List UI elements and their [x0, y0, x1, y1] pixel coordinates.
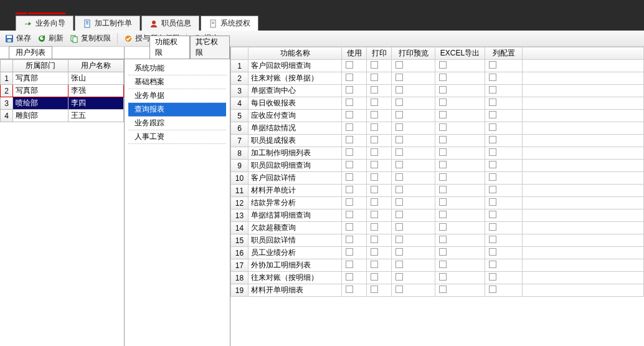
- func-row[interactable]: 6单据结款情况: [231, 122, 644, 135]
- checkbox[interactable]: [439, 248, 447, 256]
- checkbox[interactable]: [489, 173, 496, 181]
- checkbox[interactable]: [346, 286, 353, 293]
- checkbox[interactable]: [439, 286, 447, 293]
- checkbox[interactable]: [346, 248, 353, 256]
- main-tab-0[interactable]: 业务向导: [16, 16, 73, 31]
- category-item[interactable]: 人事工资: [128, 130, 226, 144]
- main-tab-1[interactable]: 加工制作单: [75, 16, 140, 31]
- checkbox[interactable]: [395, 61, 403, 69]
- user-row[interactable]: 2写真部李强: [1, 85, 124, 97]
- checkbox[interactable]: [395, 86, 403, 94]
- checkbox[interactable]: [395, 211, 403, 218]
- refresh-button[interactable]: 刷新: [37, 33, 64, 44]
- checkbox[interactable]: [371, 61, 378, 69]
- user-dept-header[interactable]: 所属部门: [13, 60, 69, 72]
- checkbox[interactable]: [346, 198, 353, 206]
- checkbox[interactable]: [395, 74, 403, 81]
- checkbox[interactable]: [346, 111, 353, 118]
- checkbox[interactable]: [371, 86, 378, 94]
- checkbox[interactable]: [371, 248, 378, 256]
- checkbox[interactable]: [371, 223, 378, 231]
- checkbox[interactable]: [346, 161, 353, 168]
- checkbox[interactable]: [371, 286, 378, 293]
- func-row[interactable]: 14欠款超额查询: [231, 222, 644, 234]
- func-row[interactable]: 4每日收银报表: [231, 97, 644, 110]
- checkbox[interactable]: [489, 223, 496, 231]
- checkbox[interactable]: [346, 273, 353, 281]
- checkbox[interactable]: [489, 136, 496, 143]
- checkbox[interactable]: [439, 136, 447, 143]
- tab-user-list[interactable]: 用户列表: [9, 46, 52, 59]
- func-colcfg-header[interactable]: 列配置: [485, 47, 523, 60]
- checkbox[interactable]: [439, 123, 447, 131]
- checkbox[interactable]: [395, 286, 403, 293]
- main-tab-2[interactable]: 职员信息: [141, 16, 199, 31]
- func-row[interactable]: 18往来对账（按明细）: [231, 272, 644, 284]
- checkbox[interactable]: [346, 61, 353, 69]
- checkbox[interactable]: [371, 261, 378, 268]
- checkbox[interactable]: [489, 99, 496, 106]
- checkbox[interactable]: [489, 74, 496, 81]
- checkbox[interactable]: [395, 198, 403, 206]
- copy-perm-button[interactable]: 复制权限: [70, 33, 111, 44]
- checkbox[interactable]: [439, 74, 447, 81]
- checkbox[interactable]: [395, 136, 403, 143]
- checkbox[interactable]: [489, 211, 496, 218]
- checkbox[interactable]: [489, 186, 496, 193]
- func-row[interactable]: 1客户回款明细查询: [231, 60, 644, 72]
- checkbox[interactable]: [371, 273, 378, 281]
- checkbox[interactable]: [371, 236, 378, 243]
- func-row[interactable]: 11材料开单统计: [231, 185, 644, 197]
- checkbox[interactable]: [395, 123, 403, 131]
- checkbox[interactable]: [371, 161, 378, 168]
- checkbox[interactable]: [489, 161, 496, 168]
- user-name-header[interactable]: 用户名称: [69, 60, 124, 72]
- func-row[interactable]: 16员工业绩分析: [231, 247, 644, 259]
- func-row[interactable]: 5应收应付查询: [231, 110, 644, 122]
- checkbox[interactable]: [439, 99, 447, 106]
- checkbox[interactable]: [346, 136, 353, 143]
- checkbox[interactable]: [371, 211, 378, 218]
- checkbox[interactable]: [395, 148, 403, 156]
- checkbox[interactable]: [439, 161, 447, 168]
- user-row[interactable]: 3喷绘部李四: [1, 97, 124, 110]
- checkbox[interactable]: [395, 173, 403, 181]
- checkbox[interactable]: [489, 198, 496, 206]
- checkbox[interactable]: [346, 223, 353, 231]
- checkbox[interactable]: [489, 148, 496, 156]
- checkbox[interactable]: [439, 111, 447, 118]
- checkbox[interactable]: [371, 173, 378, 181]
- checkbox[interactable]: [439, 211, 447, 218]
- category-item[interactable]: 查询报表: [128, 103, 226, 117]
- checkbox[interactable]: [489, 86, 496, 94]
- checkbox[interactable]: [439, 236, 447, 243]
- main-tab-3[interactable]: 系统授权: [201, 16, 258, 31]
- func-row[interactable]: 13单据结算明细查询: [231, 209, 644, 222]
- func-row[interactable]: 3单据查询中心: [231, 85, 644, 97]
- category-item[interactable]: 基础档案: [128, 75, 226, 89]
- checkbox[interactable]: [371, 99, 378, 106]
- checkbox[interactable]: [395, 161, 403, 168]
- checkbox[interactable]: [346, 236, 353, 243]
- checkbox[interactable]: [346, 123, 353, 131]
- checkbox[interactable]: [395, 223, 403, 231]
- func-row[interactable]: 19材料开单明细表: [231, 284, 644, 297]
- checkbox[interactable]: [371, 198, 378, 206]
- checkbox[interactable]: [489, 236, 496, 243]
- checkbox[interactable]: [395, 273, 403, 281]
- checkbox[interactable]: [371, 148, 378, 156]
- checkbox[interactable]: [489, 248, 496, 256]
- checkbox[interactable]: [371, 123, 378, 131]
- checkbox[interactable]: [395, 248, 403, 256]
- checkbox[interactable]: [371, 136, 378, 143]
- category-item[interactable]: 业务单据: [128, 89, 226, 103]
- checkbox[interactable]: [395, 261, 403, 268]
- tab-func-perm[interactable]: 功能权限: [149, 36, 190, 59]
- func-row[interactable]: 8加工制作明细列表: [231, 147, 644, 160]
- checkbox[interactable]: [489, 123, 496, 131]
- func-row[interactable]: 9职员回款明细查询: [231, 160, 644, 172]
- checkbox[interactable]: [371, 186, 378, 193]
- func-row[interactable]: 15职员回款详情: [231, 234, 644, 247]
- func-use-header[interactable]: 使用: [342, 47, 367, 60]
- checkbox[interactable]: [346, 86, 353, 94]
